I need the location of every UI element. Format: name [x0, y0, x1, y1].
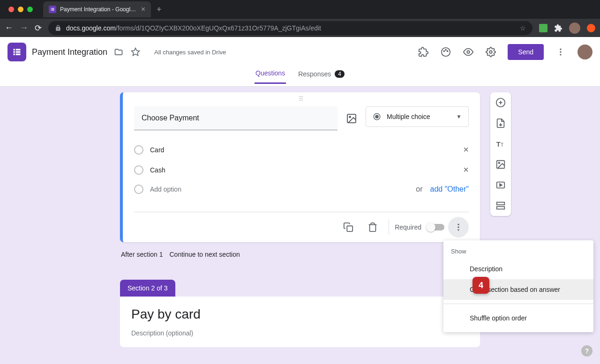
- browser-tab[interactable]: Payment Integration - Google F ×: [43, 1, 151, 17]
- svg-rect-8: [14, 51, 15, 52]
- extension-icon-2[interactable]: [587, 24, 595, 32]
- add-image-button[interactable]: [492, 158, 509, 171]
- maximize-window-button[interactable]: [27, 7, 33, 12]
- section-description[interactable]: Description (optional): [131, 329, 469, 337]
- add-section-button[interactable]: [492, 199, 509, 212]
- svg-rect-0: [51, 8, 52, 8]
- divider: [443, 304, 593, 304]
- remove-option-icon[interactable]: ×: [463, 144, 469, 155]
- send-button[interactable]: Send: [508, 44, 544, 60]
- option-text[interactable]: Card: [150, 146, 457, 154]
- lock-icon: [55, 25, 61, 31]
- svg-rect-32: [497, 207, 505, 209]
- save-status: All changes saved in Drive: [154, 49, 226, 56]
- svg-rect-1: [52, 8, 54, 8]
- responses-count-badge: 4: [335, 70, 345, 78]
- address-bar: ← → ⟳ docs.google.com/forms/d/1QOZIyCXBX…: [0, 19, 600, 37]
- duplicate-button[interactable]: [338, 217, 359, 238]
- browser-profile-avatar[interactable]: [569, 22, 580, 34]
- add-question-button[interactable]: [492, 96, 509, 109]
- remove-option-icon[interactable]: ×: [463, 164, 469, 175]
- add-other-link[interactable]: add "Other": [430, 185, 469, 193]
- menu-item-goto-section[interactable]: Go to section based on answer: [443, 279, 593, 300]
- import-questions-button[interactable]: [492, 117, 509, 130]
- svg-rect-4: [51, 10, 52, 11]
- radio-icon: [134, 165, 143, 175]
- section-badge: Section 2 of 3: [120, 280, 175, 297]
- delete-button[interactable]: [362, 217, 383, 238]
- extension-icons: [539, 22, 595, 34]
- star-icon[interactable]: [130, 46, 141, 58]
- forward-button[interactable]: →: [20, 23, 28, 33]
- forms-logo[interactable]: [8, 43, 26, 61]
- svg-point-38: [458, 224, 459, 225]
- preview-icon[interactable]: [463, 46, 474, 58]
- add-image-to-question-icon[interactable]: [346, 113, 357, 124]
- url-bar[interactable]: docs.google.com/forms/d/1QOZIyCXBX200oXE…: [48, 21, 532, 35]
- after-section-action: Continue to next section: [170, 251, 240, 258]
- forms-tabs: Questions Responses 4: [0, 67, 600, 87]
- question-title-input[interactable]: [134, 106, 338, 130]
- extensions-icon[interactable]: [554, 24, 562, 32]
- add-title-button[interactable]: TT: [492, 137, 509, 150]
- forms-header: Payment Integration All changes saved in…: [0, 37, 600, 67]
- question-options-menu: Show Description Go to section based on …: [443, 240, 593, 332]
- or-text: or: [416, 185, 422, 193]
- menu-item-description[interactable]: Description: [443, 259, 593, 279]
- extension-icon-1[interactable]: [539, 24, 548, 32]
- svg-text:T: T: [496, 141, 501, 148]
- option-text[interactable]: Cash: [150, 166, 457, 174]
- back-button[interactable]: ←: [5, 23, 13, 33]
- help-button[interactable]: ?: [581, 345, 592, 357]
- svg-rect-2: [51, 9, 52, 9]
- form-title[interactable]: Payment Integration: [32, 47, 107, 57]
- option-row: Cash ×: [134, 160, 469, 180]
- after-section-select[interactable]: After section 1 Continue to next section…: [120, 242, 480, 267]
- section-title[interactable]: Pay by card: [131, 307, 469, 322]
- svg-point-14: [444, 51, 445, 52]
- tab-responses[interactable]: Responses 4: [297, 70, 345, 83]
- svg-point-28: [498, 162, 500, 163]
- svg-rect-9: [16, 51, 21, 52]
- bookmark-star-icon[interactable]: ☆: [520, 24, 526, 32]
- forms-favicon: [49, 6, 56, 13]
- reload-button[interactable]: ⟳: [35, 23, 42, 33]
- url-text: docs.google.com/forms/d/1QOZIyCXBX200oXE…: [66, 24, 321, 32]
- add-option-text[interactable]: Add option: [150, 186, 408, 193]
- settings-icon[interactable]: [485, 46, 496, 58]
- svg-point-40: [458, 229, 459, 230]
- svg-rect-31: [497, 202, 505, 205]
- svg-point-39: [458, 226, 459, 228]
- browser-chrome: Payment Integration - Google F × + ← → ⟳…: [0, 0, 600, 37]
- after-section-label: After section 1: [121, 251, 163, 258]
- radio-icon: [134, 185, 143, 194]
- tab-questions[interactable]: Questions: [255, 69, 286, 84]
- palette-icon[interactable]: [440, 46, 451, 58]
- svg-point-15: [447, 51, 448, 52]
- drag-handle-icon[interactable]: ⠿: [123, 92, 480, 103]
- section-2-container: Section 2 of 3 Pay by card Description (…: [120, 280, 480, 347]
- annotation-badge: 4: [472, 277, 489, 294]
- svg-point-18: [490, 51, 493, 53]
- tab-questions-label: Questions: [255, 69, 285, 77]
- add-video-button[interactable]: [492, 178, 509, 192]
- svg-rect-7: [16, 49, 21, 50]
- question-type-select[interactable]: Multiple choice ▼: [366, 106, 469, 127]
- window-controls: [4, 7, 38, 12]
- svg-rect-5: [52, 10, 54, 11]
- close-window-button[interactable]: [8, 7, 14, 12]
- svg-marker-12: [132, 48, 140, 56]
- account-avatar[interactable]: [578, 45, 592, 59]
- tab-close-icon[interactable]: ×: [141, 5, 145, 14]
- new-tab-button[interactable]: +: [157, 5, 162, 15]
- svg-rect-11: [16, 53, 21, 55]
- radio-icon: [134, 145, 143, 155]
- required-toggle[interactable]: [427, 224, 444, 230]
- add-option-row: Add option or add "Other": [134, 180, 469, 199]
- question-more-button[interactable]: [448, 217, 469, 238]
- move-to-folder-icon[interactable]: [113, 46, 124, 58]
- menu-item-shuffle[interactable]: Shuffle option order: [443, 308, 593, 328]
- addons-icon[interactable]: [418, 46, 429, 58]
- more-menu-icon[interactable]: [555, 46, 566, 58]
- minimize-window-button[interactable]: [18, 7, 23, 12]
